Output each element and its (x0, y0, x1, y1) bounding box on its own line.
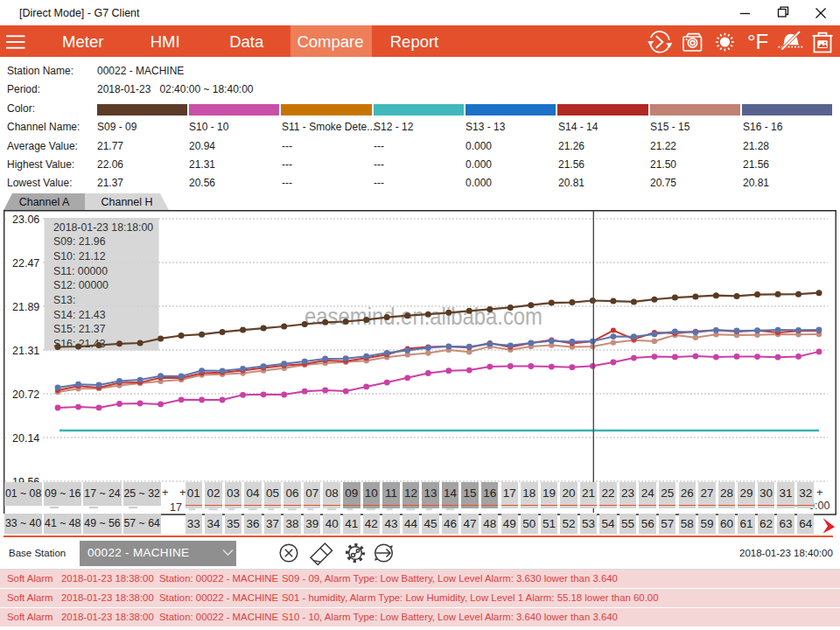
svg-text:17: 17 (170, 501, 182, 514)
svg-text:S11: 00000: S11: 00000 (53, 265, 108, 277)
svg-text:S13:: S13: (53, 294, 75, 306)
svg-text:2018-01-23 18:18:00: 2018-01-23 18:18:00 (53, 221, 153, 234)
svg-text:S12: 00000: S12: 00000 (53, 279, 108, 291)
svg-text:S09: 21.96: S09: 21.96 (53, 235, 106, 248)
svg-text:22.47: 22.47 (12, 257, 39, 270)
svg-text:+: + (162, 486, 169, 499)
svg-text:21.89: 21.89 (12, 301, 39, 313)
svg-text:20.14: 20.14 (12, 432, 39, 444)
svg-text:+: + (816, 486, 823, 499)
svg-text:S15: 21.37: S15: 21.37 (53, 323, 106, 335)
svg-text:21.31: 21.31 (12, 345, 39, 357)
svg-text:S10: 21.12: S10: 21.12 (53, 250, 106, 262)
svg-text:S14: 21.43: S14: 21.43 (53, 309, 106, 321)
svg-text:23.06: 23.06 (12, 214, 39, 226)
svg-text:20.72: 20.72 (12, 388, 39, 401)
